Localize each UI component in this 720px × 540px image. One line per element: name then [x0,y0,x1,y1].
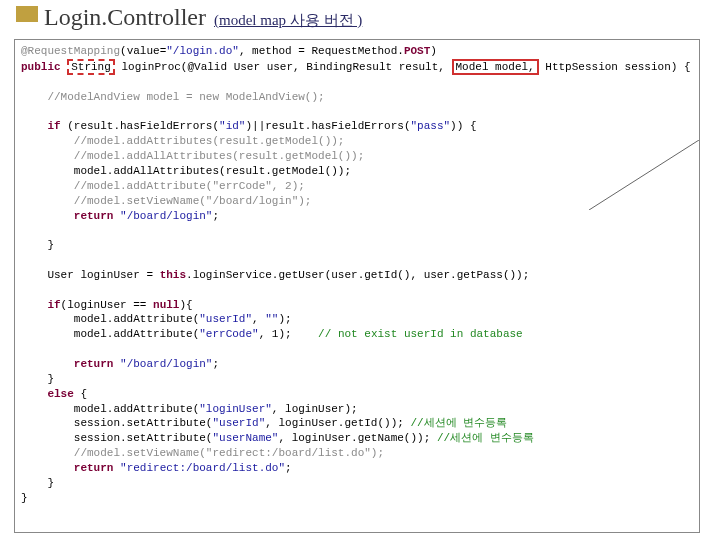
page-subtitle: (model map 사용 버전 ) [214,11,362,30]
code-line: return "/board/login"; [21,209,693,224]
code-line: public String loginProc(@Valid User user… [21,59,693,75]
code-line [21,253,693,268]
code-line-comment: //model.setViewName("redirect:/board/lis… [21,446,693,461]
code-line [21,223,693,238]
code-line: if (result.hasFieldErrors("id")||result.… [21,119,693,134]
code-line: //model.addAttribute("errCode", 2); [21,179,693,194]
code-line: } [21,476,693,491]
code-line: if(loginUser == null){ [21,298,693,313]
page-title: Login.Controller [44,4,206,31]
code-line [21,283,693,298]
code-line-comment: //ModelAndView model = new ModelAndView(… [21,90,693,105]
annotation: @RequestMapping [21,45,120,57]
code-line: return "redirect:/board/list.do"; [21,461,693,476]
code-line: @RequestMapping(value="/login.do", metho… [21,44,693,59]
code-line: model.addAttribute("loginUser", loginUse… [21,402,693,417]
accent-bar [16,6,38,22]
code-line [21,105,693,120]
code-panel: @RequestMapping(value="/login.do", metho… [14,39,700,533]
code-line: model.addAllAttributes(result.getModel()… [21,164,693,179]
code-line [21,75,693,90]
code-line: model.addAttribute("userId", ""); [21,312,693,327]
code-line [21,342,693,357]
highlight-box-string: String [67,59,115,75]
code-line: } [21,491,693,506]
code-line-comment: //model.addAttributes(result.getModel())… [21,134,693,149]
code-line: session.setAttribute("userId", loginUser… [21,416,693,431]
code-line-comment: //model.addAllAttributes(result.getModel… [21,149,693,164]
code-line: session.setAttribute("userName", loginUs… [21,431,693,446]
code-line: return "/board/login"; [21,357,693,372]
code-line: model.addAttribute("errCode", 1); // not… [21,327,693,342]
code-line-comment: //model.setViewName("/board/login"); [21,194,693,209]
code-line: } [21,372,693,387]
highlight-box-model: Model model, [452,59,539,75]
code-line: else { [21,387,693,402]
code-line: User loginUser = this.loginService.getUs… [21,268,693,283]
slide-header: Login.Controller (model map 사용 버전 ) [0,0,720,37]
code-line: } [21,238,693,253]
